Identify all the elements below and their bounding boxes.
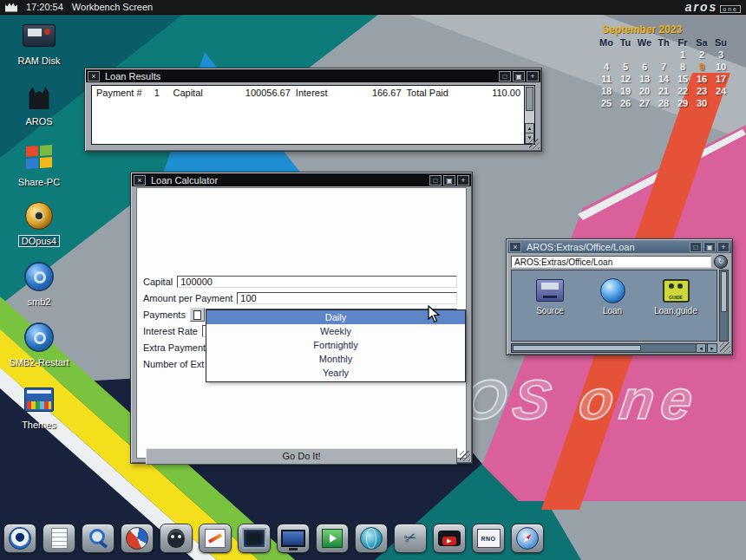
titlebar[interactable]: Loan Calculator xyxy=(132,173,471,186)
scrollbar-slider[interactable] xyxy=(526,87,533,111)
desktop-icon-smb2-restart[interactable]: SMB2-Restart xyxy=(7,321,71,369)
dock-icon-bug[interactable] xyxy=(160,524,193,553)
dock-icon-network[interactable] xyxy=(355,524,388,553)
scroll-left-icon[interactable] xyxy=(696,343,706,353)
payments-dropdown[interactable]: Daily Weekly Fortnightly Monthly Yearly xyxy=(206,309,466,382)
world-icon xyxy=(360,527,383,550)
desktop-icon-label: Share-PC xyxy=(18,177,60,187)
dock-icon-snip[interactable] xyxy=(394,524,427,553)
dropdown-item-yearly[interactable]: Yearly xyxy=(206,366,465,380)
file-list-area: Source Loan GUIDE Loan.guide xyxy=(511,270,717,342)
desktop-icon-themes[interactable]: Themes xyxy=(7,383,71,432)
close-icon[interactable] xyxy=(134,175,146,186)
dock-icon-browser[interactable] xyxy=(121,524,154,553)
file-browser-window[interactable]: AROS:Extras/Office/Loan AROS:Extras/Offi… xyxy=(506,238,733,355)
capital-row: Capital 100000 xyxy=(143,275,457,289)
calendar-day xyxy=(597,49,616,62)
depth-icon[interactable] xyxy=(703,242,716,252)
dropdown-item-monthly[interactable]: Monthly xyxy=(206,352,465,366)
payments-popup-icon[interactable] xyxy=(190,308,205,322)
dock-icon-search[interactable] xyxy=(82,524,115,553)
disk-icon xyxy=(25,202,53,230)
col-interest-label: Interest xyxy=(296,88,338,98)
dropdown-item-daily[interactable]: Daily xyxy=(206,310,465,324)
dropdown-item-weekly[interactable]: Weekly xyxy=(206,324,465,338)
calendar-day xyxy=(616,49,635,62)
resize-grip[interactable] xyxy=(529,139,540,149)
logo-suffix: one xyxy=(720,5,741,13)
themes-window-icon xyxy=(24,387,54,412)
dock-icon-monitor[interactable] xyxy=(277,524,310,553)
expand-icon[interactable] xyxy=(457,175,469,186)
desktop-icon-share-pc[interactable]: Share-PC xyxy=(7,140,71,189)
expand-icon[interactable] xyxy=(717,242,730,252)
resize-grip[interactable] xyxy=(460,451,470,461)
number-label: Number of Ext xyxy=(143,359,204,369)
dock-icon-aros[interactable] xyxy=(3,524,36,553)
loan-calculator-window[interactable]: Loan Calculator Capital 100000 Amount pe… xyxy=(130,172,473,464)
file-item-label: Source xyxy=(522,306,578,316)
path-row: AROS:Extras/Office/Loan xyxy=(511,255,728,268)
loan-results-window[interactable]: Loan Results Payment # 1 Capital 100056.… xyxy=(84,68,542,152)
desktop-icon-ram-disk[interactable]: RAM Disk xyxy=(7,19,71,68)
menubar[interactable]: 17:20:54 Workbench Screen aros one xyxy=(0,0,746,15)
file-item-source[interactable]: Source xyxy=(522,277,578,316)
desktop-icon-smb2[interactable]: smb2 xyxy=(7,260,71,309)
zoom-icon[interactable] xyxy=(690,242,702,252)
titlebar[interactable]: Loan Results xyxy=(86,69,540,82)
capital-input[interactable]: 100000 xyxy=(177,276,457,288)
bug-icon xyxy=(167,529,185,548)
amount-input[interactable]: 100 xyxy=(237,292,457,304)
depth-icon[interactable] xyxy=(513,71,525,81)
dropdown-item-fortnightly[interactable]: Fortnightly xyxy=(206,338,465,352)
scissors-icon xyxy=(400,528,421,549)
go-do-it-button[interactable]: Go Do It! xyxy=(146,448,457,465)
desktop-icon-label: smb2 xyxy=(28,296,51,307)
video-player-icon xyxy=(438,531,461,546)
resize-grip[interactable] xyxy=(720,342,730,353)
desktop-icon-aros[interactable]: AROS xyxy=(7,80,71,128)
calendar-day-header: Sa xyxy=(692,37,711,49)
scrollbar-slider[interactable] xyxy=(721,271,727,312)
depth-icon[interactable] xyxy=(443,175,455,186)
desktop-icon-dopus4[interactable]: DOpus4 xyxy=(7,199,71,248)
calendar-day: 1 xyxy=(673,49,692,62)
calendar-day: 30 xyxy=(692,98,711,110)
dock-icon-compass[interactable] xyxy=(511,524,544,553)
gear-icon xyxy=(26,324,52,350)
zoom-icon[interactable] xyxy=(499,71,511,81)
path-input[interactable]: AROS:Extras/Office/Loan xyxy=(511,256,711,268)
dock-icon-video[interactable] xyxy=(433,524,466,553)
scrollbar-slider[interactable] xyxy=(513,345,641,351)
vertical-scrollbar[interactable] xyxy=(719,270,729,342)
vertical-scrollbar[interactable] xyxy=(524,85,535,145)
calendar-day: 6 xyxy=(635,62,654,74)
dock-icon-display[interactable] xyxy=(238,524,271,553)
dock-icon-editor[interactable] xyxy=(43,524,75,553)
file-item-loan[interactable]: Loan xyxy=(585,277,640,316)
scroll-right-icon[interactable] xyxy=(707,343,717,353)
payments-label: Payments xyxy=(143,309,186,320)
close-icon[interactable] xyxy=(509,242,521,252)
close-icon[interactable] xyxy=(88,71,100,81)
aros-one-watermark: OS one xyxy=(459,368,703,432)
dock-icon-media[interactable] xyxy=(316,524,349,553)
horizontal-scrollbar[interactable] xyxy=(511,343,717,353)
path-refresh-icon[interactable] xyxy=(714,255,728,269)
file-item-loan-guide[interactable]: GUIDE Loan.guide xyxy=(648,277,703,316)
window-title: Loan Results xyxy=(101,71,497,81)
calendar-day: 16 xyxy=(692,74,711,86)
dock-icon-rnotunes[interactable]: RNO xyxy=(472,524,505,553)
titlebar[interactable]: AROS:Extras/Office/Loan xyxy=(507,240,731,253)
zoom-icon[interactable] xyxy=(429,175,442,186)
calendar-day: 2 xyxy=(692,49,711,62)
dock-icon-paint[interactable] xyxy=(199,524,232,553)
results-listview[interactable]: Payment # 1 Capital 100056.67 Interest 1… xyxy=(91,85,526,145)
results-row[interactable]: Payment # 1 Capital 100056.67 Interest 1… xyxy=(92,86,525,100)
extra-label: Extra Payment xyxy=(143,342,206,353)
expand-icon[interactable] xyxy=(527,71,539,81)
desktop-icon-label: Themes xyxy=(22,420,56,430)
aros-one-logo: aros one xyxy=(685,0,741,14)
calendar-day: 8 xyxy=(673,62,692,74)
aros-kitty-icon xyxy=(26,83,52,109)
